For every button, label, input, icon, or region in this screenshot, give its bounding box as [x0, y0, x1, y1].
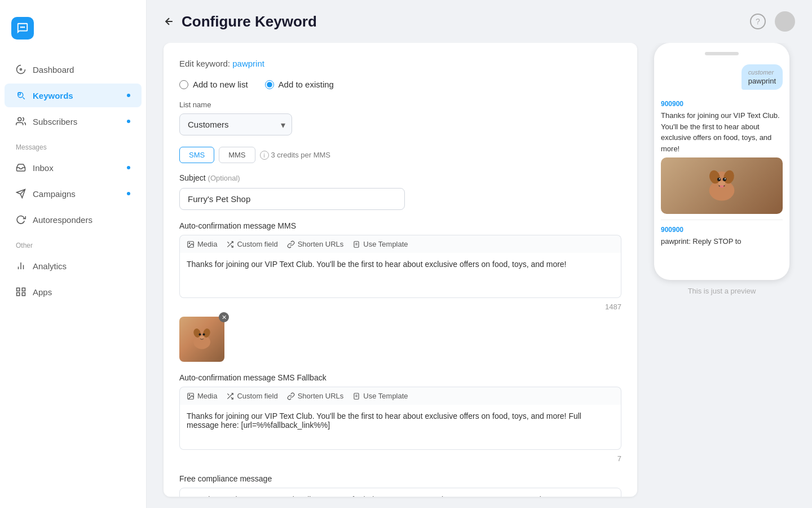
- svg-point-1: [22, 27, 24, 28]
- user-avatar[interactable]: [775, 11, 795, 32]
- svg-rect-12: [17, 293, 20, 296]
- use-template-button[interactable]: Use Template: [352, 240, 408, 248]
- svg-point-33: [717, 178, 721, 181]
- subject-label: Subject (Optional): [179, 173, 621, 182]
- svg-point-24: [200, 336, 204, 339]
- media-icon: [187, 240, 195, 248]
- add-existing-radio[interactable]: [265, 80, 274, 89]
- credits-info: i 3 credits per MMS: [260, 151, 330, 160]
- autoresponders-icon: [16, 214, 26, 225]
- content-area: Edit keyword: pawprint Add to new list A…: [147, 43, 812, 508]
- dog-image-preview: [188, 325, 216, 353]
- media-button[interactable]: Media: [187, 240, 217, 248]
- svg-point-36: [725, 178, 726, 179]
- sidebar-item-autoresponders[interactable]: Autoresponders: [5, 208, 142, 231]
- list-name-label: List name: [179, 100, 621, 109]
- list-select[interactable]: Customers Subscribers Leads: [179, 113, 292, 135]
- second-response-bubble: 900900 pawprint: Reply STOP to: [661, 225, 783, 248]
- second-sender-number: 900900: [661, 226, 783, 234]
- sms-media-icon: [187, 392, 195, 400]
- auto-mms-section: Auto-confirmation message MMS Media Cust…: [179, 221, 621, 362]
- sidebar-item-dashboard[interactable]: Dashboard: [5, 58, 142, 81]
- phone-mockup: customer pawprint 900900 Thanks for join…: [654, 43, 789, 280]
- shorten-urls-button[interactable]: Shorten URLs: [287, 240, 344, 248]
- subscribers-icon: [16, 116, 26, 126]
- svg-point-34: [723, 178, 726, 181]
- back-button[interactable]: [164, 16, 175, 27]
- subject-optional-text: (Optional): [208, 174, 240, 182]
- keyword-value: pawprint: [232, 59, 264, 68]
- compliance-textarea[interactable]: pawprint: Reply STOP to unsubscribe or H…: [179, 488, 621, 497]
- sidebar-item-analytics[interactable]: Analytics: [5, 254, 142, 278]
- sidebar-item-label: Autoresponders: [33, 215, 92, 225]
- sidebar: Dashboard Keywords Subscribers Messages …: [0, 0, 147, 508]
- message-type-row: SMS MMS i 3 credits per MMS: [179, 147, 621, 163]
- sender-number: 900900: [661, 100, 783, 108]
- sms-type-button[interactable]: SMS: [179, 147, 214, 163]
- sidebar-item-inbox[interactable]: Inbox: [5, 156, 142, 179]
- sms-custom-field-icon: [226, 392, 234, 400]
- second-response-text: pawprint: Reply STOP to: [661, 236, 783, 247]
- main-content: Configure Keyword ? Edit keyword: pawpri…: [147, 0, 812, 508]
- keywords-icon: [16, 90, 26, 100]
- messages-section-label: Messages: [0, 134, 146, 155]
- template-icon: [352, 240, 360, 248]
- sms-media-button[interactable]: Media: [187, 392, 217, 400]
- form-panel: Edit keyword: pawprint Add to new list A…: [164, 43, 637, 497]
- sms-toolbar: Media Custom field Shorten URLs Use Temp…: [179, 387, 621, 405]
- mms-type-button[interactable]: MMS: [219, 147, 255, 163]
- edit-keyword-line: Edit keyword: pawprint: [179, 59, 621, 68]
- system-response-bubble: 900900 Thanks for joining our VIP Text C…: [661, 99, 783, 215]
- add-new-list-option[interactable]: Add to new list: [179, 80, 248, 89]
- sms-custom-field-button[interactable]: Custom field: [226, 392, 277, 400]
- add-existing-option[interactable]: Add to existing: [265, 80, 334, 89]
- sms-char-count: 7: [179, 454, 621, 463]
- subscribers-dot: [127, 120, 130, 123]
- svg-point-5: [18, 117, 21, 121]
- add-new-list-radio[interactable]: [179, 80, 188, 89]
- custom-field-icon: [226, 240, 234, 248]
- sidebar-item-subscribers[interactable]: Subscribers: [5, 110, 142, 133]
- auto-mms-label: Auto-confirmation message MMS: [179, 221, 621, 230]
- phone-notch: [705, 52, 739, 55]
- sidebar-item-label: Apps: [33, 287, 52, 297]
- auto-sms-label: Auto-confirmation message SMS Fallback: [179, 373, 621, 382]
- custom-field-button[interactable]: Custom field: [226, 240, 277, 248]
- edit-keyword-label: Edit keyword:: [179, 59, 230, 68]
- campaigns-icon: [16, 189, 26, 199]
- auto-sms-section: Auto-confirmation message SMS Fallback M…: [179, 373, 621, 463]
- dog-preview-image: [702, 166, 742, 205]
- response-text: Thanks for joining our VIP Text Club. Yo…: [661, 110, 783, 154]
- sms-message-textarea[interactable]: Thanks for joining our VIP Text Club. Yo…: [179, 405, 621, 450]
- mms-message-textarea[interactable]: Thanks for joining our VIP Text Club. Yo…: [179, 253, 621, 298]
- sms-template-icon: [352, 392, 360, 400]
- sidebar-item-label: Dashboard: [33, 65, 74, 75]
- mms-image-preview: ✕: [179, 317, 224, 362]
- other-section-label: Other: [0, 233, 146, 253]
- add-new-list-label: Add to new list: [193, 80, 248, 89]
- analytics-icon: [16, 261, 26, 271]
- compliance-section: Free compliance message pawprint: Reply …: [179, 474, 621, 497]
- sidebar-item-campaigns[interactable]: Campaigns: [5, 182, 142, 205]
- back-arrow-icon: [164, 16, 175, 27]
- customer-message: pawprint: [748, 77, 776, 85]
- remove-image-button[interactable]: ✕: [219, 312, 229, 322]
- subject-input[interactable]: [179, 188, 405, 210]
- shorten-urls-icon: [287, 240, 295, 248]
- dashboard-icon: [16, 64, 26, 75]
- sidebar-item-label: Subscribers: [33, 117, 77, 126]
- sms-use-template-button[interactable]: Use Template: [352, 392, 408, 400]
- sidebar-item-keywords[interactable]: Keywords: [5, 84, 142, 107]
- svg-point-37: [718, 181, 726, 186]
- sidebar-item-apps[interactable]: Apps: [5, 280, 142, 304]
- mms-toolbar: Media Custom field Shorten URLs Use Temp…: [179, 235, 621, 253]
- apps-icon: [16, 287, 26, 297]
- svg-point-38: [720, 185, 724, 187]
- svg-rect-10: [17, 288, 20, 291]
- svg-point-35: [719, 178, 720, 179]
- header-actions: ?: [750, 11, 795, 32]
- sms-shorten-urls-button[interactable]: Shorten URLs: [287, 392, 344, 400]
- page-title: Configure Keyword: [182, 13, 317, 30]
- svg-point-23: [203, 334, 205, 336]
- help-button[interactable]: ?: [750, 14, 766, 29]
